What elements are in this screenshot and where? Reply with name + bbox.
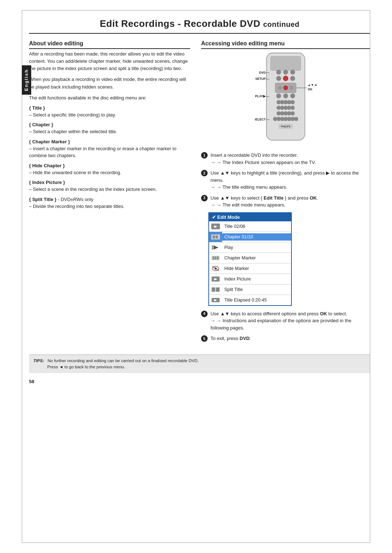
menu-label-chapter-marker: Chapter Marker [222, 254, 291, 262]
edit-mode-menu: ✔ Edit Mode Title 02/06 Chapter 01/10 [208, 212, 292, 306]
step-4-num: 4 [201, 311, 208, 317]
menu-row-chapter-marker: Chapter Marker [209, 253, 291, 263]
step-3-num: 3 [201, 195, 208, 201]
svg-point-36 [294, 117, 298, 121]
page-border-top [22, 10, 370, 11]
item-title: { Title } – Select a specific title (rec… [29, 105, 190, 119]
page-title: Edit Recordings - Recordable DVD continu… [29, 18, 370, 29]
svg-rect-67 [216, 287, 220, 292]
menu-icon-play [209, 242, 222, 253]
svg-rect-53 [213, 235, 215, 238]
left-column: About video editing After a recording ha… [29, 40, 190, 346]
menu-label-elapsed: Title Elapsed 0:20:45 [222, 296, 291, 304]
menu-row-title: Title 02/06 [209, 221, 291, 232]
right-section-heading: Accessing video editing menu [201, 40, 370, 49]
step-list: 1 Insert a recordable DVD into the recor… [201, 152, 370, 209]
svg-point-12 [276, 94, 281, 98]
step-5-text: To exit, press DVD. [211, 335, 370, 342]
svg-rect-60 [217, 257, 219, 259]
svg-text:OK: OK [308, 87, 313, 91]
left-section-heading: About video editing [29, 40, 190, 49]
remote-svg: PHILIPS DVD SETUP ▲▼◄▶ OK PLAY▶ [255, 51, 317, 146]
svg-text:PHILIPS: PHILIPS [281, 125, 291, 128]
title-divider [29, 33, 370, 34]
tips-label: TIPS: [33, 359, 44, 363]
svg-point-29 [290, 111, 295, 116]
svg-point-6 [283, 76, 288, 81]
page-number: 58 [29, 379, 370, 384]
step-2-text: Use ▲▼ keys to highlight a title (record… [211, 169, 370, 191]
english-tab: English [22, 65, 31, 95]
page-border-right [370, 10, 370, 543]
svg-text:PLAY▶: PLAY▶ [255, 94, 266, 98]
svg-marker-55 [213, 245, 219, 250]
step-2: 2 Use ▲▼ keys to highlight a title (reco… [201, 169, 370, 191]
intro-para-2: When you playback a recording in video e… [29, 76, 190, 90]
item-index-picture: { Index Picture } – Select a scene in th… [29, 180, 190, 193]
intro-para-1: After a recording has been made, this re… [29, 50, 190, 72]
svg-text:DVD: DVD [259, 71, 266, 74]
svg-point-5 [276, 76, 281, 81]
svg-point-7 [290, 76, 295, 81]
step-list-2: 4 Use ▲▼ keys to access different option… [201, 310, 370, 342]
content-columns: About video editing After a recording ha… [29, 40, 370, 346]
svg-rect-56 [212, 245, 213, 250]
step-5-num: 5 [201, 335, 208, 342]
menu-label-index-picture: Index Picture [222, 275, 291, 283]
menu-label-hide-marker: Hide Marker [222, 265, 291, 272]
right-column: Accessing video editing menu [201, 40, 370, 346]
step-3: 3 Use ▲▼ keys to select { Edit Title } a… [201, 194, 370, 209]
svg-point-3 [283, 70, 288, 74]
item-chapter: { Chapter } – Select a chapter within th… [29, 122, 190, 135]
step-1: 1 Insert a recordable DVD into the recor… [201, 152, 370, 166]
tips-text-2: Press ◄ to go back to the previous menu. [47, 365, 125, 369]
item-split-title: { Split Title } - DVD±RWs only – Divide … [29, 197, 190, 210]
menu-icon-index-picture [209, 274, 222, 284]
svg-point-9 [278, 86, 282, 90]
page-border-bottom [22, 542, 370, 543]
edit-mode-title: ✔ Edit Mode [209, 213, 291, 221]
svg-rect-66 [212, 287, 215, 292]
svg-text:SELECT: SELECT [255, 118, 266, 121]
item-chapter-marker: { Chapter Marker } – Insert a chapter ma… [29, 139, 190, 159]
svg-rect-59 [215, 257, 216, 259]
svg-rect-1 [271, 56, 301, 70]
item-hide-chapter: { Hide Chapter } – Hide the unwanted sce… [29, 163, 190, 176]
menu-label-split-title: Split Title [222, 286, 291, 293]
menu-row-index-picture: Index Picture [209, 274, 291, 284]
svg-point-14 [290, 94, 295, 98]
step-3-text: Use ▲▼ keys to select { Edit Title } and… [211, 194, 370, 209]
menu-icon-chapter [209, 232, 222, 242]
menu-label-play: Play [222, 244, 291, 251]
svg-point-2 [276, 70, 281, 74]
menu-row-play: Play [209, 242, 291, 253]
menu-icon-elapsed [209, 295, 222, 305]
menu-icon-split-title [209, 284, 222, 295]
svg-point-13 [283, 94, 288, 98]
menu-row-elapsed: Title Elapsed 0:20:45 [209, 295, 291, 305]
step-2-num: 2 [201, 170, 208, 176]
remote-illustration: PHILIPS DVD SETUP ▲▼◄▶ OK PLAY▶ [201, 51, 370, 147]
step-5: 5 To exit, press DVD. [201, 335, 370, 342]
menu-row-chapter: Chapter 01/10 [209, 232, 291, 242]
svg-text:SETUP: SETUP [255, 77, 266, 81]
svg-point-4 [290, 70, 295, 74]
menu-label-title: Title 02/06 [222, 223, 291, 230]
step-1-num: 1 [201, 152, 208, 159]
intro-para-3: The edit functions available in the disc… [29, 94, 190, 102]
svg-rect-54 [216, 235, 218, 238]
menu-label-chapter: Chapter 01/10 [222, 233, 291, 241]
svg-point-10 [283, 86, 288, 90]
menu-icon-hide-marker [209, 263, 222, 274]
step-1-text: Insert a recordable DVD into the recorde… [211, 152, 370, 166]
menu-icon-chapter-marker [209, 253, 222, 263]
svg-point-24 [290, 106, 295, 110]
menu-icon-title [209, 221, 222, 232]
step-4: 4 Use ▲▼ keys to access different option… [201, 310, 370, 332]
svg-point-19 [290, 100, 295, 105]
svg-text:▲▼◄▶: ▲▼◄▶ [308, 83, 317, 87]
tips-box: TIPS: No further recording and editing c… [29, 355, 370, 373]
tips-text-1: No further recording and editing can be … [48, 359, 199, 363]
menu-row-split-title: Split Title [209, 284, 291, 295]
svg-rect-58 [213, 257, 214, 259]
